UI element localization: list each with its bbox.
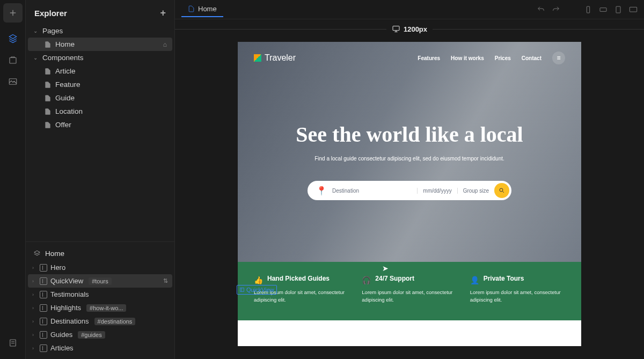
explorer-panel: Explorer + ⌄ Pages Home ⌂ ⌄ Components A… [26,0,175,359]
file-icon [44,81,52,89]
hero-section: Traveler FeaturesHow it worksPricesConta… [238,42,581,262]
file-icon [44,121,52,129]
svg-rect-2 [10,340,16,346]
pin-icon: 📍 [316,186,327,196]
home-icon: ⌂ [163,41,167,48]
tree-section-components[interactable]: ⌄ Components [28,51,172,64]
chevron-down-icon: ⌄ [33,28,39,34]
viewport-indicator[interactable]: 1200px [386,25,433,33]
tab-home[interactable]: Home [181,2,223,17]
page-preview[interactable]: Traveler FeaturesHow it worksPricesConta… [238,42,581,338]
id-tag: #how-it-wo... [86,304,126,312]
tree-item[interactable]: Guide [28,91,172,105]
redo-button[interactable] [552,5,560,14]
svg-rect-4 [600,8,606,11]
image-icon[interactable] [3,72,23,91]
css-icon[interactable] [3,50,23,70]
container-icon [40,277,47,285]
container-icon [40,318,47,325]
content-section [238,320,581,346]
group-input[interactable]: Group size [458,188,494,194]
device-tablet-icon[interactable] [614,5,623,14]
feature-card: 👤Private ToursLorem ipsum dolor sit amet… [470,275,565,304]
search-button[interactable] [494,183,509,198]
device-desktop-icon[interactable] [629,5,638,14]
outline-panel: Home ›Hero›QuickView#tours⇅›Testimonials… [26,241,174,359]
date-input[interactable]: mm/dd/yyyy [418,188,457,194]
svg-rect-5 [616,6,620,13]
tree-item[interactable]: Article [28,64,172,78]
feature-card: 🎧24/7 SupportLorem ipsum dolor sit amet,… [362,275,457,304]
tool-rail [0,0,26,359]
id-tag: #destinations [94,318,136,325]
svg-point-8 [500,188,503,192]
undo-button[interactable] [537,5,545,14]
selection-overlay: QuickView [237,285,277,295]
outline-node[interactable]: ›Destinations#destinations [28,314,172,328]
container-icon [40,291,47,298]
svg-rect-6 [630,7,636,12]
add-button[interactable] [3,3,23,23]
id-tag: #tours [89,277,112,285]
feature-icon: 🎧 [362,276,371,284]
outline-node[interactable]: ›Articles [28,341,172,355]
nav-link[interactable]: How it works [451,55,484,61]
outline-node[interactable]: ›Highlights#how-it-wo... [28,301,172,314]
brand-mark-icon [254,54,261,62]
features-section: 👍Hand Picked GuidesLorem ipsum dolor sit… [238,262,581,320]
tree-item-home[interactable]: Home ⌂ [28,38,172,51]
chevron-right-icon: › [32,292,36,297]
layers-icon[interactable] [3,29,23,48]
explorer-title: Explorer [34,9,67,18]
file-icon [44,41,52,48]
nav-link[interactable]: Features [418,55,440,61]
chevron-right-icon: › [32,305,36,311]
nav-link[interactable]: Prices [495,55,511,61]
menu-button[interactable]: ≡ [552,52,565,64]
device-tablet-landscape-icon[interactable] [599,5,608,14]
document-icon[interactable] [3,333,23,353]
tree-item[interactable]: Location [28,105,172,118]
search-pill[interactable]: 📍 Destination mm/dd/yyyy Group size [308,181,511,200]
chevron-right-icon: › [32,279,36,284]
outline-node[interactable]: ›Testimonials [28,288,172,301]
file-icon [44,108,52,115]
file-icon [44,68,52,75]
file-icon [188,5,195,12]
chevron-right-icon: › [32,332,36,338]
feature-icon: 👤 [470,276,479,284]
svg-rect-3 [587,6,589,13]
outline-title: Home [45,250,64,258]
chevron-right-icon: › [32,319,36,324]
tree-item[interactable]: Offer [28,118,172,131]
container-icon [40,304,47,312]
nav-link[interactable]: Contact [522,55,541,61]
brand-logo: Traveler [254,53,296,63]
hero-title: See the world like a local [296,122,523,147]
chevron-right-icon: › [32,265,36,270]
outline-node[interactable]: ›QuickView#tours⇅ [28,274,172,288]
feature-icon: 👍 [254,276,263,284]
outline-node[interactable]: ›Hero [28,261,172,274]
container-icon [40,264,47,272]
container-icon [40,345,47,352]
svg-rect-7 [393,26,399,31]
reorder-icon[interactable]: ⇅ [163,277,168,284]
tree-item[interactable]: Feature [28,78,172,91]
canvas-area: Home 1200px [175,0,644,359]
container-icon [40,331,47,339]
hero-subtitle: Find a local guide consectetur adipiscin… [314,155,504,163]
destination-input[interactable]: Destination [327,188,418,194]
chevron-right-icon: › [32,346,36,351]
chevron-down-icon: ⌄ [33,55,39,61]
explorer-add-button[interactable]: + [160,8,166,19]
monitor-icon [392,25,400,33]
file-icon [44,94,52,102]
device-mobile-icon[interactable] [584,5,592,14]
tree-section-pages[interactable]: ⌄ Pages [28,24,172,38]
svg-rect-0 [10,58,16,64]
id-tag: #guides [78,331,105,339]
layers-icon [33,250,41,258]
outline-node[interactable]: ›Guides#guides [28,328,172,341]
svg-rect-9 [240,288,244,292]
